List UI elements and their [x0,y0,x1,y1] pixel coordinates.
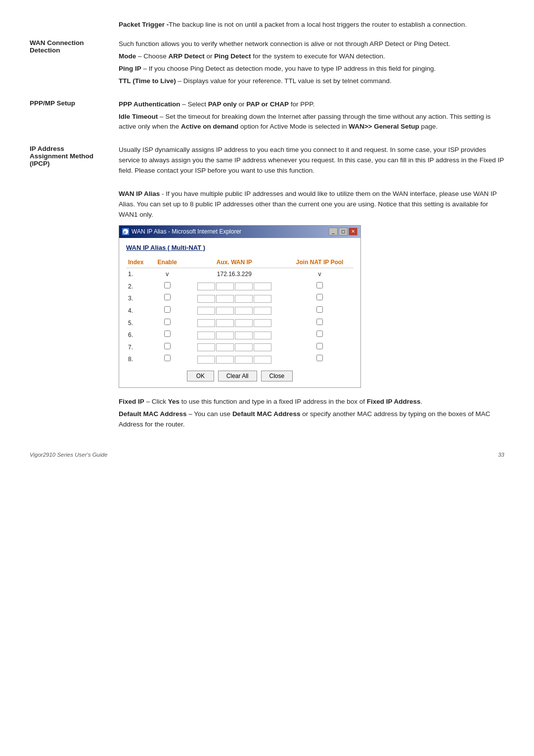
ip-assignment-section: IP AddressAssignment Method(IPCP) Usuall… [30,145,504,178]
table-row: 2. [126,281,354,293]
page: Packet Trigger -The backup line is not o… [30,20,504,458]
row6-ip-inputs [185,331,284,339]
row1-ip-value: 172.16.3.229 [217,271,252,278]
row2-ip1[interactable] [197,283,215,290]
row4-checkbox[interactable] [164,306,171,313]
row6-nat-checkbox[interactable] [316,331,323,337]
table-header-row: Index Enable Aux. WAN IP Join NAT IP Poo… [126,257,354,268]
row2-ip-inputs [185,283,284,290]
row4-ip2[interactable] [216,307,234,315]
ip-assignment-p1: Usually ISP dynamically assigns IP addre… [119,145,504,176]
row1-check-value: v [166,271,169,278]
row3-checkbox[interactable] [164,294,171,300]
row5-nat-checkbox[interactable] [316,319,323,325]
row8-ip1[interactable] [197,356,215,364]
row5-ip2[interactable] [216,319,234,327]
row3-nat[interactable] [286,292,354,305]
row3-ip4[interactable] [254,295,271,303]
row7-ip1[interactable] [197,343,215,351]
row5-ip4[interactable] [254,319,271,327]
close-dialog-button[interactable]: Close [261,371,293,381]
row5-ip-inputs [185,319,284,327]
wan-alias-content: WAN IP Alias - If you have multiple publ… [119,189,504,388]
ppp-mp-p1: PPP Authentication – Select PAP only or … [119,99,504,110]
row7-nat[interactable] [286,341,354,354]
row3-nat-checkbox[interactable] [316,294,323,300]
row4-ip3[interactable] [235,307,253,315]
row5-checkbox[interactable] [164,319,171,325]
row8-ip4[interactable] [254,356,271,364]
footer-guide-name: Vigor2910 Series User's Guide [30,452,107,458]
footer-page-number: 33 [498,452,504,458]
minimize-button[interactable]: _ [329,228,338,236]
row5-enable[interactable] [152,317,183,330]
close-button[interactable]: ✕ [349,228,357,236]
wan-connection-p2: Mode – Choose ARP Detect or Ping Detect … [119,51,504,62]
wan-connection-label: WAN ConnectionDetection [30,39,119,89]
row3-ip [183,292,286,305]
wan-connection-p4: TTL (Time to Live) – Displays value for … [119,76,504,87]
row3-ip2[interactable] [216,295,234,303]
row6-ip1[interactable] [197,331,215,339]
row6-ip4[interactable] [254,331,271,339]
packet-trigger-content: Packet Trigger -The backup line is not o… [119,20,504,32]
svg-text:e: e [124,230,126,235]
row7-ip2[interactable] [216,343,234,351]
row2-checkbox[interactable] [164,282,171,288]
restore-button[interactable]: ◻ [339,228,348,236]
default-mac-text: Default MAC Address – You can use Defaul… [119,409,504,430]
row8-index: 8. [126,353,152,366]
ip-assignment-content: Usually ISP dynamically assigns IP addre… [119,145,504,178]
row5-ip1[interactable] [197,319,215,327]
dialog-body: WAN IP Alias ( Multi-NAT ) Index Enable … [119,238,360,387]
row4-ip4[interactable] [254,307,271,315]
wan-alias-section: WAN IP Alias - If you have multiple publ… [30,189,504,388]
row8-enable[interactable] [152,353,183,366]
table-row: 1. v 172.16.3.229 v [126,268,354,281]
dialog-footer: OK Clear All Close [126,371,354,381]
row4-enable[interactable] [152,305,183,317]
row2-ip4[interactable] [254,283,271,290]
row7-ip3[interactable] [235,343,253,351]
table-row: 4. [126,305,354,317]
clear-all-button[interactable]: Clear All [218,371,257,381]
row6-ip3[interactable] [235,331,253,339]
ppp-mp-section: PPP/MP Setup PPP Authentication – Select… [30,99,504,135]
row6-ip2[interactable] [216,331,234,339]
row3-enable[interactable] [152,292,183,305]
table-row: 5. [126,317,354,330]
row2-nat[interactable] [286,281,354,293]
row3-ip1[interactable] [197,295,215,303]
row5-ip3[interactable] [235,319,253,327]
row8-nat-checkbox[interactable] [316,355,323,361]
row7-enable[interactable] [152,341,183,354]
row2-enable[interactable] [152,281,183,293]
row8-ip2[interactable] [216,356,234,364]
row7-ip [183,341,286,354]
row2-nat-checkbox[interactable] [316,282,323,288]
row8-nat[interactable] [286,353,354,366]
row1-nat-value: v [318,271,321,278]
row8-checkbox[interactable] [164,355,171,361]
ok-button[interactable]: OK [187,371,214,381]
row3-ip3[interactable] [235,295,253,303]
wan-connection-content: Such function allows you to verify wheth… [119,39,504,89]
row6-checkbox[interactable] [164,331,171,337]
fixed-ip-section: Fixed IP – Click Yes to use this functio… [30,397,504,432]
row4-index: 4. [126,305,152,317]
row4-nat[interactable] [286,305,354,317]
row6-ip [183,329,286,341]
row7-ip4[interactable] [254,343,271,351]
row4-ip1[interactable] [197,307,215,315]
wan-alias-dialog: e WAN IP Alias - Microsoft Internet Expl… [119,225,361,388]
row7-checkbox[interactable] [164,343,171,349]
row5-nat[interactable] [286,317,354,330]
row7-nat-checkbox[interactable] [316,343,323,349]
row6-enable[interactable] [152,329,183,341]
row6-nat[interactable] [286,329,354,341]
row4-nat-checkbox[interactable] [316,306,323,313]
row8-ip3[interactable] [235,356,253,364]
row2-ip3[interactable] [235,283,253,290]
row2-ip2[interactable] [216,283,234,290]
dialog-title-text: WAN IP Alias - Microsoft Internet Explor… [132,227,241,236]
